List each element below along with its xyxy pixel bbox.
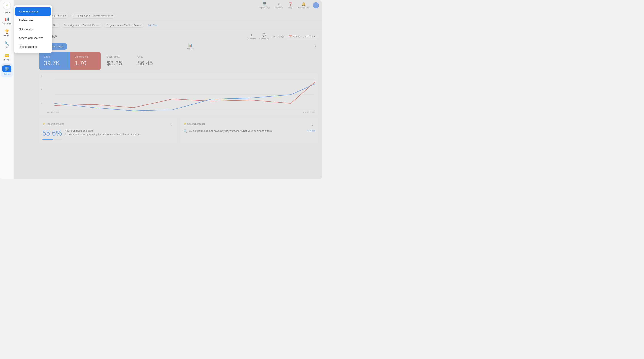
sidebar-item-tools[interactable]: 🔧 Tools — [1, 39, 13, 50]
create-label: Create — [4, 12, 10, 14]
goals-label: Goals — [4, 34, 9, 36]
campaigns-label: Campaigns — [2, 22, 12, 24]
goals-icon: 🏆 — [4, 29, 9, 34]
tools-icon: 🔧 — [4, 41, 9, 46]
sidebar-item-billing[interactable]: 💳 Billing — [1, 51, 13, 63]
tools-label: Tools — [4, 46, 9, 49]
sidebar-item-goals[interactable]: 🏆 Goals — [1, 27, 13, 38]
billing-icon: 💳 — [4, 53, 9, 58]
dropdown-preferences[interactable]: Preferences — [15, 16, 51, 24]
billing-label: Billing — [4, 59, 10, 61]
campaigns-icon: 📢 — [4, 17, 9, 22]
dropdown-linked-accounts[interactable]: Linked accounts — [15, 42, 51, 51]
left-sidebar: + Create 📢 Campaigns 🏆 Goals 🔧 Tools 💳 B… — [0, 0, 14, 180]
account-dropdown: Account settings Preferences Notificatio… — [14, 5, 52, 53]
create-button[interactable]: + — [3, 2, 11, 9]
sidebar-item-campaigns[interactable]: 📢 Campaigns — [1, 15, 13, 26]
dropdown-notifications[interactable]: Notifications — [15, 25, 51, 33]
sidebar-item-admin[interactable]: ⚙️ Admin — [1, 64, 13, 77]
admin-icon: ⚙️ — [4, 67, 9, 71]
dropdown-access-security[interactable]: Access and security — [15, 34, 51, 42]
modal-overlay[interactable] — [14, 0, 322, 180]
plus-icon: + — [6, 3, 8, 8]
admin-label: Admin — [4, 73, 10, 75]
dropdown-account-settings[interactable]: Account settings — [15, 7, 51, 16]
